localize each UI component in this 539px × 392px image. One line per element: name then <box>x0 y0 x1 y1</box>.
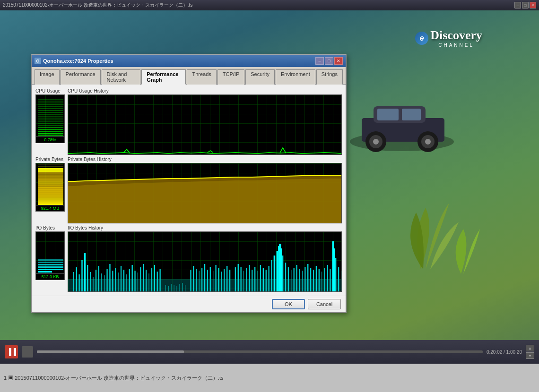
io-history-svg <box>68 232 341 292</box>
svg-point-10 <box>425 139 431 145</box>
svg-rect-48 <box>38 185 63 186</box>
svg-rect-66 <box>38 202 63 203</box>
dialog-close-btn[interactable]: ✕ <box>334 57 343 65</box>
svg-rect-16 <box>38 108 63 109</box>
nav-buttons: ▲ ▼ <box>526 345 534 359</box>
svg-rect-58 <box>38 195 63 196</box>
io-small-graph: I/O Bytes 512.0 KB <box>35 225 65 280</box>
tab-security[interactable]: Security <box>245 69 275 85</box>
window-title: 20150711000000102-オーバーホール 改造車の世界：ビュイック・ス… <box>3 2 514 9</box>
dialog-buttons: OK Cancel <box>32 296 346 312</box>
cpu-bar-chart <box>36 94 65 136</box>
svg-rect-72 <box>38 262 63 263</box>
discovery-brand-text: Discovery <box>430 28 482 43</box>
cpu-value: 0.78% <box>35 137 65 143</box>
svg-rect-63 <box>38 199 63 200</box>
dialog-maximize-btn[interactable]: □ <box>325 57 333 65</box>
tab-tcpip[interactable]: TCP/IP <box>217 69 244 85</box>
svg-rect-25 <box>38 125 63 126</box>
svg-rect-38 <box>38 176 63 177</box>
svg-rect-43 <box>38 180 63 181</box>
plant2-graphic <box>456 229 480 274</box>
svg-rect-32 <box>38 166 63 167</box>
svg-rect-3 <box>377 109 399 120</box>
svg-rect-11 <box>38 99 63 100</box>
pause-button[interactable]: ▐▐ <box>5 345 18 358</box>
cpu-history-graph: CPU Usage History <box>68 88 342 155</box>
svg-rect-14 <box>38 104 63 105</box>
svg-marker-70 <box>68 179 341 223</box>
window-restore-btn[interactable]: □ <box>522 2 529 9</box>
discovery-channel-text: CHANNEL <box>430 43 482 48</box>
svg-rect-40 <box>38 178 63 179</box>
svg-rect-31 <box>38 164 63 165</box>
svg-rect-54 <box>38 191 63 192</box>
tab-performance-graph[interactable]: Performance Graph <box>141 69 186 85</box>
dialog-window-buttons: – □ ✕ <box>315 57 343 65</box>
dialog-content: CPU Usage <box>32 85 346 296</box>
discovery-logo: e Discovery CHANNEL <box>415 28 482 48</box>
title-bar: 20150711000000102-オーバーホール 改造車の世界：ビュイック・ス… <box>0 0 539 10</box>
svg-rect-34 <box>38 172 63 173</box>
cpu-label: CPU Usage <box>35 88 65 94</box>
dialog-app-icon: Q <box>35 58 41 64</box>
svg-rect-20 <box>38 116 63 117</box>
svg-rect-39 <box>38 177 63 178</box>
cancel-button[interactable]: Cancel <box>308 299 341 309</box>
tab-strings[interactable]: Strings <box>316 69 343 85</box>
svg-rect-74 <box>38 266 63 268</box>
svg-rect-61 <box>38 197 63 198</box>
tab-performance[interactable]: Performance <box>61 69 101 85</box>
status-bar: 1 ▣ 20150711000000102-オーバーホール 改造車の世界：ビュイ… <box>0 364 539 392</box>
nav-down-btn[interactable]: ▼ <box>526 352 534 359</box>
private-history-canvas <box>68 163 342 223</box>
cpu-gauge <box>35 94 65 137</box>
svg-rect-13 <box>38 102 63 103</box>
svg-rect-57 <box>38 194 63 195</box>
window-controls: – □ ✕ <box>514 2 536 9</box>
svg-rect-45 <box>38 182 63 183</box>
svg-rect-51 <box>38 188 63 189</box>
nav-up-btn[interactable]: ▲ <box>526 345 534 351</box>
discovery-globe-icon: e <box>415 32 428 45</box>
private-history-label: Private Bytes History <box>68 157 342 162</box>
tab-bar: Image Performance Disk and Network Perfo… <box>32 67 346 85</box>
svg-rect-76 <box>38 271 52 273</box>
svg-rect-35 <box>38 173 63 174</box>
svg-rect-28 <box>38 131 63 132</box>
dialog-minimize-btn[interactable]: – <box>315 57 324 65</box>
private-gauge <box>35 163 65 205</box>
ok-button[interactable]: OK <box>272 299 305 309</box>
svg-rect-41 <box>38 179 63 179</box>
svg-rect-36 <box>38 174 63 175</box>
performance-graph-content: CPU Usage <box>35 88 342 292</box>
plant-graphic <box>410 203 459 269</box>
svg-rect-29 <box>38 133 63 134</box>
io-value: 512.0 KB <box>35 274 65 280</box>
svg-rect-75 <box>38 269 63 270</box>
io-history-graph: I/O Bytes History <box>68 225 342 292</box>
svg-rect-33 <box>38 168 63 172</box>
tab-image[interactable]: Image <box>35 69 60 85</box>
svg-rect-23 <box>38 121 63 122</box>
private-small-graph: Private Bytes <box>35 157 65 212</box>
svg-rect-50 <box>38 187 63 188</box>
svg-point-7 <box>373 139 379 145</box>
tab-environment[interactable]: Environment <box>276 69 315 85</box>
svg-rect-47 <box>38 184 63 185</box>
tab-threads[interactable]: Threads <box>187 69 216 85</box>
svg-rect-37 <box>38 175 63 176</box>
cpu-history-label: CPU Usage History <box>68 88 342 94</box>
svg-rect-19 <box>38 114 63 115</box>
svg-rect-15 <box>38 106 63 107</box>
svg-rect-64 <box>38 200 63 201</box>
window-close-btn[interactable]: ✕ <box>530 2 536 9</box>
io-bar-chart <box>36 231 65 273</box>
tab-disk-network[interactable]: Disk and Network <box>102 69 141 85</box>
svg-rect-22 <box>38 119 63 120</box>
progress-bar[interactable] <box>37 350 483 353</box>
io-label: I/O Bytes <box>35 225 65 230</box>
svg-rect-60 <box>38 196 63 197</box>
time-display: 0:20:02 / 1:00:20 <box>487 349 522 355</box>
window-minimize-btn[interactable]: – <box>514 2 521 9</box>
